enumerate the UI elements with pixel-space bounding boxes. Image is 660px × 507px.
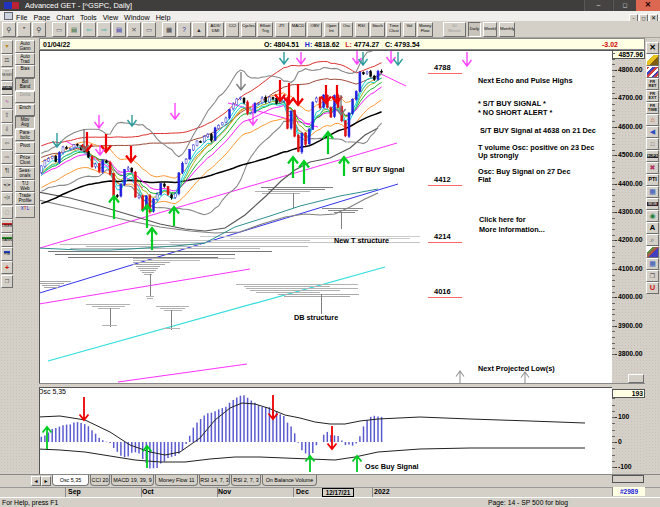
svg-text:4412: 4412	[434, 175, 451, 184]
svg-text:Next Echo and Pulse Highs: Next Echo and Pulse Highs	[478, 76, 572, 85]
svg-text:4016: 4016	[434, 287, 451, 296]
svg-text:* NO SHORT ALERT *: * NO SHORT ALERT *	[478, 108, 552, 117]
svg-text:Osc 5,35: Osc 5,35	[38, 388, 66, 395]
svg-text:More Information...: More Information...	[479, 225, 545, 234]
svg-text:DB structure: DB structure	[294, 313, 338, 322]
svg-text:Osc: Buy Signal on 27 Dec: Osc: Buy Signal on 27 Dec	[478, 167, 570, 176]
svg-text:* S/T BUY SIGNAL *: * S/T BUY SIGNAL *	[478, 99, 546, 108]
svg-text:4788: 4788	[434, 63, 451, 72]
svg-text:4214: 4214	[434, 232, 452, 241]
svg-text:Osc Buy Signal: Osc Buy Signal	[365, 462, 419, 471]
svg-text:Flat: Flat	[478, 175, 492, 184]
svg-text:Next Projected Low(s): Next Projected Low(s)	[478, 364, 555, 373]
svg-text:New T structure: New T structure	[334, 236, 389, 245]
svg-text:Click here for: Click here for	[479, 215, 526, 224]
svg-text:S/T BUY Signal at 4638 on 21 D: S/T BUY Signal at 4638 on 21 Dec	[480, 126, 596, 135]
svg-text:Up strongly: Up strongly	[478, 151, 519, 160]
svg-text:S/T BUY Signal: S/T BUY Signal	[352, 165, 405, 174]
